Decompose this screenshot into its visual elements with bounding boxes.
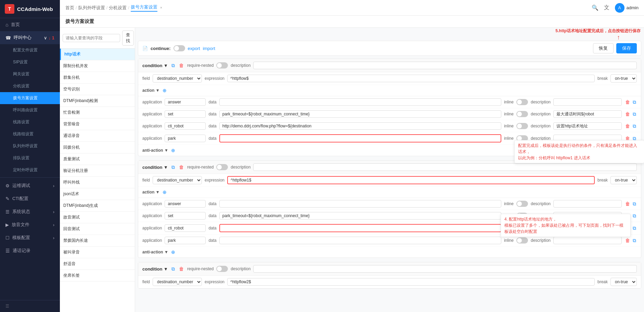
field-select-3[interactable]: destination_number [153,278,202,286]
sidebar-item-calllog[interactable]: ☰ 通话记录 [0,244,60,257]
list-item-empty-number[interactable]: 空号识别 🗑 [60,84,135,95]
list-item-http-talk[interactable]: http话术 🗑 [60,49,135,60]
row-copy-icon-2-3[interactable]: ⧉ [632,225,637,232]
row-delete-icon-1-3[interactable]: 🗑 [624,123,631,130]
desc-input-2-4[interactable] [553,237,622,244]
app-input-1-4[interactable] [165,135,206,142]
sidebar-item-timedbid[interactable]: 定时外呼设置 [0,164,60,176]
sidebar-item-cticonfig[interactable]: ✎ CTI配置 [0,192,60,205]
sidebar-item-gateway[interactable]: 网关设置 [0,68,60,80]
sidebar-item-config[interactable]: 配置文件设置 [0,44,60,56]
app-input-2-2[interactable] [165,212,206,220]
desc-input-2-1[interactable] [553,200,622,208]
req-toggle-3[interactable] [216,266,228,272]
condition-copy-icon-3[interactable]: ⧉ [171,265,176,273]
sidebar-item-queue[interactable]: 排队设置 [0,152,60,164]
inline-track-1-1[interactable] [516,99,528,105]
row-delete-icon-1-2[interactable]: 🗑 [624,111,631,118]
continue-toggle-track[interactable] [173,45,185,51]
inline-toggle-2-4[interactable] [516,237,528,244]
row-delete-icon-1-1[interactable]: 🗑 [624,99,631,106]
desc-input-1-3[interactable] [553,122,622,130]
data-input-2-2[interactable] [219,212,501,220]
sidebar-item-opmon[interactable]: ⚙ 运维调试 › [0,179,60,192]
breadcrumb-close-icon[interactable]: × [160,6,162,10]
expression-input-2[interactable] [227,176,595,184]
data-input-1-4[interactable] [219,134,501,142]
field-select-1[interactable]: destination_number [153,74,202,83]
condition-description-input-2[interactable] [253,163,637,171]
app-input-2-1[interactable] [165,200,206,208]
sidebar-item-template[interactable]: ☐ 模板配置 › [0,231,60,244]
row-copy-icon-1-1[interactable]: ⧉ [632,99,637,106]
row-delete-icon-2-1[interactable]: 🗑 [624,200,631,208]
app-input-1-1[interactable] [165,98,206,106]
data-input-2-3[interactable] [219,224,501,232]
inline-toggle-1-2[interactable] [516,111,528,117]
save-button[interactable]: 保存 [616,43,637,53]
req-toggle-1[interactable] [216,62,228,68]
break-select-1[interactable]: on-true [610,74,637,83]
breadcrumb-branch[interactable]: 分机设置 [109,5,127,11]
breadcrumb-outbound[interactable]: 队列外呼设置 [78,5,105,11]
breadcrumb-dialplan[interactable]: 拨号方案设置 [131,4,157,12]
inline-toggle-1-1[interactable] [516,99,528,105]
condition-copy-icon-1[interactable]: ⧉ [171,62,176,69]
data-input-1-1[interactable] [219,98,501,106]
expression-input-3[interactable] [227,278,595,286]
list-item-call-record[interactable]: 通话录音 🗑 [60,130,135,142]
data-input-2-1[interactable] [219,200,501,208]
list-item-quality[interactable]: 质量测试 🗑 [60,153,135,165]
search-input[interactable] [63,34,120,42]
sidebar-item-sip[interactable]: SIP设置 [0,56,60,68]
continue-toggle[interactable] [173,45,185,51]
list-item-outbound-line[interactable]: 呼叫外线 🗑 [60,177,135,188]
sidebar-item-audio[interactable]: ▶ 放音文件 › [0,218,60,231]
anti-action-add-icon-2[interactable]: ⊕ [170,249,176,255]
list-item-bg-noise[interactable]: 背景噪音 🗑 [60,118,135,130]
list-item-cluster[interactable]: 群集分机 🗑 [60,72,135,84]
row-copy-icon-1-3[interactable]: ⧉ [632,123,637,130]
condition-delete-icon-1[interactable]: 🗑 [178,62,184,69]
import-link[interactable]: import [203,46,215,51]
sidebar-item-callcenter[interactable]: ☎ 呼叫中心 ∨ ↓ 1 [0,31,60,44]
inline-toggle-1-3[interactable] [516,123,528,129]
row-delete-icon-2-4[interactable]: 🗑 [624,237,631,244]
list-item-ban-intl[interactable]: 禁拨国内长途 🗑 [60,235,135,247]
req-toggle-2[interactable] [216,164,228,170]
inline-track-1-3[interactable] [516,123,528,129]
inline-track-1-2[interactable] [516,111,528,117]
restore-button[interactable]: 恢复 [593,43,614,53]
list-item-agent[interactable]: 坐席长签 🗑 [60,270,135,282]
anti-action-add-icon-1[interactable]: ⊕ [170,147,176,154]
sidebar-item-sysstate[interactable]: ☰ 系统状态 › [0,205,60,218]
action-add-icon-2[interactable]: ⊕ [162,189,167,196]
list-item-ringback[interactable]: 回音测试 🗑 [60,223,135,235]
sidebar-item-home[interactable]: ⌂ 首页 [0,18,60,31]
condition-copy-icon-2[interactable]: ⧉ [171,164,176,171]
sidebar-item-outbound[interactable]: 队列外呼设置 [0,140,60,152]
list-item-dtmf-detect[interactable]: DTMF(inband)检测 🗑 [60,95,135,107]
list-item-callback[interactable]: 回拨分机 🗑 [60,142,135,153]
row-copy-icon-2-1[interactable]: ⧉ [632,200,637,208]
data-input-1-2[interactable] [219,110,501,118]
search-button[interactable]: 查找 [122,30,134,46]
row-copy-icon-2-4[interactable]: ⧉ [632,237,637,244]
sidebar-item-callroute[interactable]: 呼叫路由设置 [0,104,60,116]
list-item-json[interactable]: json话术 🗑 [60,188,135,200]
list-item-dtmf-gen[interactable]: DTMF(inband)生成 🗑 [60,200,135,212]
list-item-limit-branch[interactable]: 限制分机并发 🗑 [60,60,135,72]
list-item-busy[interactable]: 忙音检测 🗑 [60,107,135,118]
search-icon[interactable]: 🔍 [592,4,598,11]
data-input-2-4[interactable] [219,237,501,244]
break-select-3[interactable]: on-true [610,278,637,286]
sidebar-item-dialplan[interactable]: 拨号方案设置 [0,92,60,104]
inline-track-2-1[interactable] [516,201,528,207]
user-menu[interactable]: A admin [615,3,639,13]
inline-track-2-4[interactable] [516,237,528,244]
condition-description-input-1[interactable] [253,62,637,69]
app-input-1-3[interactable] [165,122,206,130]
inline-toggle-2-1[interactable] [516,201,528,207]
sidebar-item-branch[interactable]: 分机设置 [0,80,60,92]
row-copy-icon-1-2[interactable]: ⧉ [632,111,637,118]
